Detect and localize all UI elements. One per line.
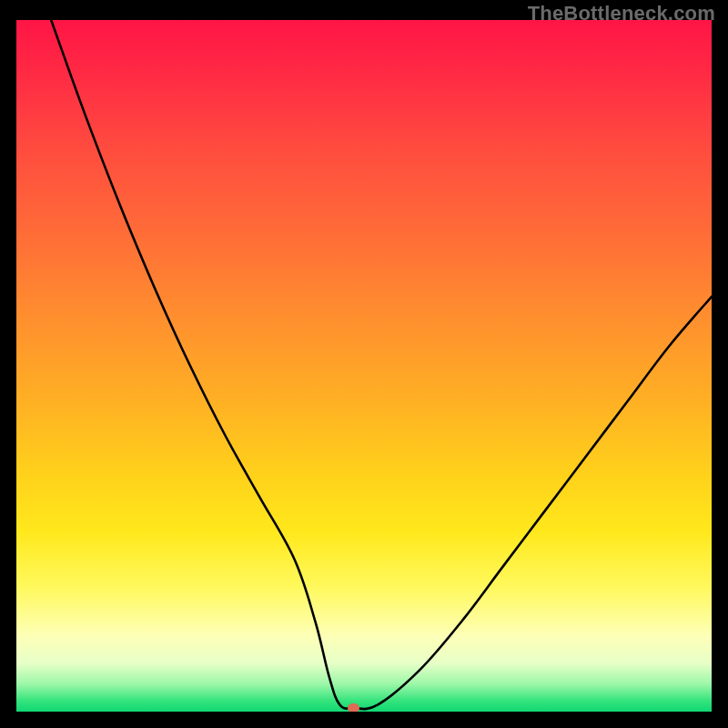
- curve-svg: [16, 20, 712, 712]
- minimum-marker: [348, 703, 359, 712]
- watermark-text: TheBottleneck.com: [528, 2, 715, 25]
- bottleneck-curve: [51, 20, 712, 709]
- chart-frame: TheBottleneck.com: [0, 0, 728, 728]
- plot-area: [16, 20, 712, 712]
